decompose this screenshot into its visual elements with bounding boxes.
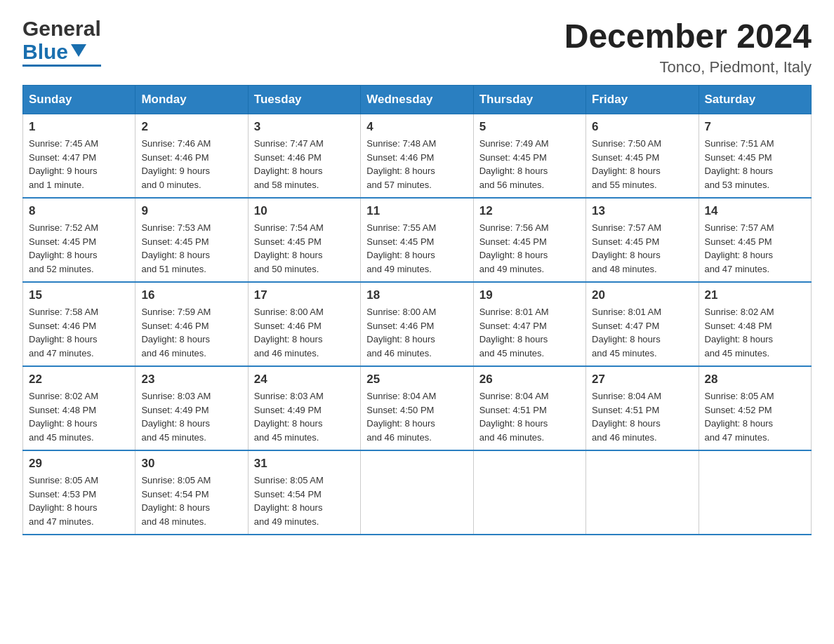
col-friday: Friday [586,86,699,114]
day-info: Sunrise: 7:45 AMSunset: 4:47 PMDaylight:… [29,137,129,192]
day-info: Sunrise: 7:52 AMSunset: 4:45 PMDaylight:… [29,221,129,276]
day-info: Sunrise: 8:05 AMSunset: 4:54 PMDaylight:… [141,474,241,528]
table-row: 26 Sunrise: 8:04 AMSunset: 4:51 PMDaylig… [473,366,585,450]
table-row: 28 Sunrise: 8:05 AMSunset: 4:52 PMDaylig… [699,366,811,450]
day-number: 5 [479,120,580,134]
table-row: 21 Sunrise: 8:02 AMSunset: 4:48 PMDaylig… [699,282,811,366]
day-number: 15 [29,288,129,302]
calendar-week-row: 1 Sunrise: 7:45 AMSunset: 4:47 PMDayligh… [23,114,812,199]
day-info: Sunrise: 8:03 AMSunset: 4:49 PMDaylight:… [141,389,241,444]
day-info: Sunrise: 7:57 AMSunset: 4:45 PMDaylight:… [592,221,692,276]
calendar: Sunday Monday Tuesday Wednesday Thursday… [0,85,834,558]
day-number: 4 [366,120,467,134]
day-info: Sunrise: 8:04 AMSunset: 4:50 PMDaylight:… [366,389,467,444]
table-row: 9 Sunrise: 7:53 AMSunset: 4:45 PMDayligh… [135,198,248,282]
table-row: 12 Sunrise: 7:56 AMSunset: 4:45 PMDaylig… [473,198,585,282]
table-row: 17 Sunrise: 8:00 AMSunset: 4:46 PMDaylig… [248,282,360,366]
day-number: 6 [592,120,692,134]
page-header: General Blue December 2024 Tonco, Piedmo… [0,0,834,85]
day-info: Sunrise: 8:02 AMSunset: 4:48 PMDaylight:… [29,389,129,444]
logo-general: General [22,17,101,40]
table-row: 22 Sunrise: 8:02 AMSunset: 4:48 PMDaylig… [23,366,135,450]
table-row: 4 Sunrise: 7:48 AMSunset: 4:46 PMDayligh… [361,114,473,199]
day-info: Sunrise: 8:05 AMSunset: 4:53 PMDaylight:… [29,474,129,528]
calendar-week-row: 29 Sunrise: 8:05 AMSunset: 4:53 PMDaylig… [23,450,812,535]
day-info: Sunrise: 8:05 AMSunset: 4:54 PMDaylight:… [254,474,355,528]
table-row: 29 Sunrise: 8:05 AMSunset: 4:53 PMDaylig… [23,450,135,535]
table-row: 13 Sunrise: 7:57 AMSunset: 4:45 PMDaylig… [586,198,699,282]
day-number: 11 [366,204,467,218]
day-number: 9 [141,204,241,218]
day-number: 20 [592,288,692,302]
table-row [586,450,699,535]
table-row: 1 Sunrise: 7:45 AMSunset: 4:47 PMDayligh… [23,114,135,199]
table-row [473,450,585,535]
table-row [699,450,811,535]
col-sunday: Sunday [23,86,135,114]
day-info: Sunrise: 8:00 AMSunset: 4:46 PMDaylight:… [254,305,355,360]
day-number: 31 [254,457,355,471]
table-row: 15 Sunrise: 7:58 AMSunset: 4:46 PMDaylig… [23,282,135,366]
table-row: 30 Sunrise: 8:05 AMSunset: 4:54 PMDaylig… [135,450,248,535]
day-number: 2 [141,120,241,134]
day-info: Sunrise: 7:53 AMSunset: 4:45 PMDaylight:… [141,221,241,276]
month-title: December 2024 [564,17,812,55]
logo-arrow-icon [71,44,86,60]
day-info: Sunrise: 7:46 AMSunset: 4:46 PMDaylight:… [141,137,241,192]
day-number: 30 [141,457,241,471]
col-wednesday: Wednesday [361,86,473,114]
table-row: 23 Sunrise: 8:03 AMSunset: 4:49 PMDaylig… [135,366,248,450]
table-row: 3 Sunrise: 7:47 AMSunset: 4:46 PMDayligh… [248,114,360,199]
day-number: 7 [705,120,805,134]
day-info: Sunrise: 7:55 AMSunset: 4:45 PMDaylight:… [366,221,467,276]
day-number: 17 [254,288,355,302]
col-tuesday: Tuesday [248,86,360,114]
location: Tonco, Piedmont, Italy [564,58,812,76]
table-row: 31 Sunrise: 8:05 AMSunset: 4:54 PMDaylig… [248,450,360,535]
day-number: 8 [29,204,129,218]
table-row: 5 Sunrise: 7:49 AMSunset: 4:45 PMDayligh… [473,114,585,199]
day-info: Sunrise: 8:02 AMSunset: 4:48 PMDaylight:… [705,305,805,360]
day-info: Sunrise: 8:00 AMSunset: 4:46 PMDaylight:… [366,305,467,360]
day-number: 12 [479,204,580,218]
day-info: Sunrise: 7:48 AMSunset: 4:46 PMDaylight:… [366,137,467,192]
table-row: 11 Sunrise: 7:55 AMSunset: 4:45 PMDaylig… [361,198,473,282]
table-row: 7 Sunrise: 7:51 AMSunset: 4:45 PMDayligh… [699,114,811,199]
table-row: 6 Sunrise: 7:50 AMSunset: 4:45 PMDayligh… [586,114,699,199]
day-number: 25 [366,373,467,387]
col-thursday: Thursday [473,86,585,114]
day-info: Sunrise: 7:50 AMSunset: 4:45 PMDaylight:… [592,137,692,192]
day-info: Sunrise: 7:49 AMSunset: 4:45 PMDaylight:… [479,137,580,192]
calendar-week-row: 15 Sunrise: 7:58 AMSunset: 4:46 PMDaylig… [23,282,812,366]
col-monday: Monday [135,86,248,114]
day-number: 29 [29,457,129,471]
day-number: 28 [705,373,805,387]
day-info: Sunrise: 8:05 AMSunset: 4:52 PMDaylight:… [705,389,805,444]
table-row: 24 Sunrise: 8:03 AMSunset: 4:49 PMDaylig… [248,366,360,450]
day-info: Sunrise: 7:56 AMSunset: 4:45 PMDaylight:… [479,221,580,276]
day-info: Sunrise: 8:04 AMSunset: 4:51 PMDaylight:… [479,389,580,444]
day-number: 1 [29,120,129,134]
svg-marker-0 [71,44,86,57]
day-info: Sunrise: 7:47 AMSunset: 4:46 PMDaylight:… [254,137,355,192]
day-info: Sunrise: 8:04 AMSunset: 4:51 PMDaylight:… [592,389,692,444]
day-number: 26 [479,373,580,387]
logo: General Blue [22,17,101,67]
calendar-table: Sunday Monday Tuesday Wednesday Thursday… [22,85,812,535]
day-number: 18 [366,288,467,302]
title-area: December 2024 Tonco, Piedmont, Italy [564,17,812,76]
table-row: 25 Sunrise: 8:04 AMSunset: 4:50 PMDaylig… [361,366,473,450]
day-number: 14 [705,204,805,218]
day-info: Sunrise: 7:57 AMSunset: 4:45 PMDaylight:… [705,221,805,276]
table-row: 16 Sunrise: 7:59 AMSunset: 4:46 PMDaylig… [135,282,248,366]
table-row: 27 Sunrise: 8:04 AMSunset: 4:51 PMDaylig… [586,366,699,450]
day-number: 27 [592,373,692,387]
day-info: Sunrise: 7:51 AMSunset: 4:45 PMDaylight:… [705,137,805,192]
calendar-week-row: 22 Sunrise: 8:02 AMSunset: 4:48 PMDaylig… [23,366,812,450]
table-row: 19 Sunrise: 8:01 AMSunset: 4:47 PMDaylig… [473,282,585,366]
table-row: 8 Sunrise: 7:52 AMSunset: 4:45 PMDayligh… [23,198,135,282]
day-info: Sunrise: 8:01 AMSunset: 4:47 PMDaylight:… [592,305,692,360]
logo-blue: Blue [22,40,68,63]
day-number: 10 [254,204,355,218]
table-row: 14 Sunrise: 7:57 AMSunset: 4:45 PMDaylig… [699,198,811,282]
